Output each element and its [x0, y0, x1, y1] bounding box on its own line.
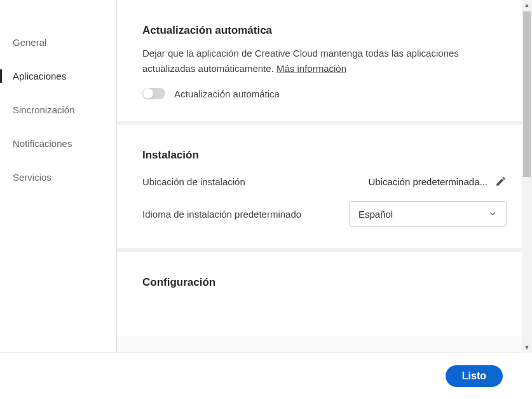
- sidebar-item-notificaciones[interactable]: Notificaciones: [0, 127, 116, 160]
- sidebar-item-label: General: [13, 37, 46, 48]
- install-language-row: Idioma de instalación predeterminado Esp…: [142, 201, 507, 227]
- toggle-label: Actualización automática: [174, 88, 280, 99]
- chevron-down-icon: [488, 209, 497, 218]
- install-language-label: Idioma de instalación predeterminado: [142, 209, 301, 220]
- sidebar-item-label: Sincronización: [13, 104, 75, 115]
- sidebar-item-aplicaciones[interactable]: Aplicaciones: [0, 59, 116, 93]
- scrollbar-arrow-down[interactable]: ▼: [522, 342, 532, 353]
- more-info-link[interactable]: Más información: [276, 63, 346, 74]
- sidebar: General Aplicaciones Sincronización Noti…: [0, 0, 117, 352]
- main-content: Actualización automática Dejar que la ap…: [117, 0, 532, 352]
- section-auto-update: Actualización automática Dejar que la ap…: [117, 0, 532, 125]
- footer: Listo: [0, 353, 532, 399]
- sidebar-item-label: Notificaciones: [13, 138, 72, 149]
- scrollbar-arrow-up[interactable]: ▲: [522, 0, 532, 10]
- install-location-label: Ubicación de instalación: [142, 176, 245, 187]
- install-location-row: Ubicación de instalación Ubicación prede…: [142, 176, 507, 187]
- section-description: Dejar que la aplicación de Creative Clou…: [142, 46, 507, 76]
- auto-update-toggle[interactable]: [142, 88, 165, 99]
- done-button[interactable]: Listo: [446, 365, 503, 387]
- sidebar-item-label: Servicios: [13, 172, 51, 183]
- pencil-icon[interactable]: [495, 176, 507, 187]
- toggle-knob: [143, 88, 153, 99]
- sidebar-item-general[interactable]: General: [0, 25, 116, 59]
- install-location-value: Ubicación predeterminada...: [368, 176, 488, 187]
- sidebar-item-label: Aplicaciones: [13, 71, 66, 81]
- section-title: Instalación: [142, 149, 507, 162]
- section-title: Configuración: [142, 276, 507, 289]
- section-install: Instalación Ubicación de instalación Ubi…: [117, 125, 532, 252]
- sidebar-item-servicios[interactable]: Servicios: [0, 160, 116, 194]
- auto-update-toggle-row: Actualización automática: [142, 88, 507, 99]
- scrollbar-thumb[interactable]: [523, 11, 531, 177]
- language-select-value: Español: [358, 209, 393, 220]
- section-config: Configuración: [117, 252, 532, 336]
- language-select[interactable]: Español: [349, 201, 507, 227]
- sidebar-item-sincronizacion[interactable]: Sincronización: [0, 93, 116, 127]
- scrollbar-track[interactable]: ▲ ▼: [522, 0, 532, 353]
- section-title: Actualización automática: [142, 24, 507, 37]
